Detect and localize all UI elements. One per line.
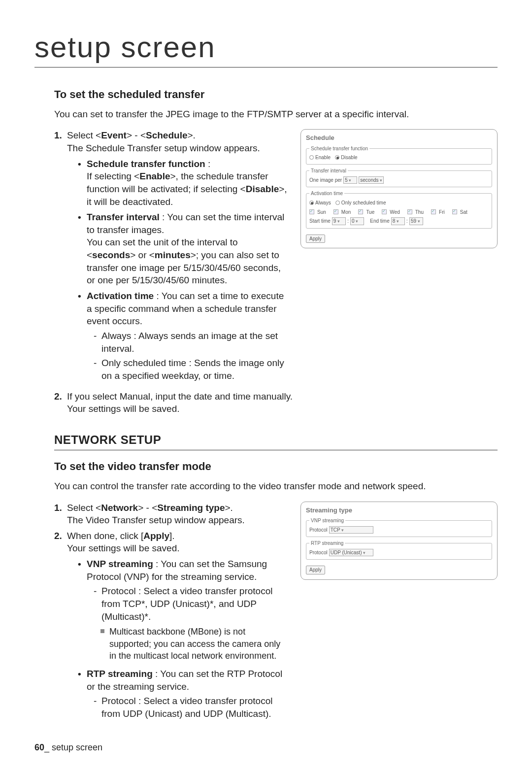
step-1-number: 1.	[54, 129, 67, 387]
note-icon	[100, 629, 104, 633]
bullet-rtp-streaming: RTP streaming : You can set the RTP Prot…	[87, 668, 289, 722]
always-label: Always	[315, 200, 331, 205]
streaming-apply-button[interactable]: Apply	[306, 566, 325, 574]
only-scheduled-label: Only scheduled time	[341, 200, 386, 205]
net-step-2-text: When done, click [Apply]. Your settings …	[67, 530, 289, 725]
bullet-transfer-interval: Transfer interval : You can set the time…	[87, 211, 289, 287]
rtp-protocol-text: Protocol : Select a video transfer proto…	[101, 695, 289, 720]
page-title: setup screen	[34, 27, 498, 67]
dash-icon: -	[94, 357, 101, 382]
vnp-streaming-fieldset: VNP streaming Protocol TCP	[306, 517, 492, 537]
bullet-activation-time: Activation time : You can set a time to …	[87, 290, 289, 384]
step-1-line2: The Schedule Transfer setup window appea…	[67, 142, 289, 155]
vnp-streaming-legend: VNP streaming	[309, 517, 345, 524]
start-time-label: Start time	[309, 218, 331, 224]
vnp-protocol-text: Protocol : Select a video transfer proto…	[101, 585, 289, 623]
enable-label: Enable	[315, 155, 331, 160]
disable-label: Disable	[341, 155, 357, 160]
start-min-select[interactable]: 0	[350, 217, 364, 225]
vnp-protocol-select[interactable]: TCP	[329, 526, 373, 534]
page-number: 60	[34, 742, 44, 752]
tue-label: Tue	[366, 209, 374, 215]
interval-value-select[interactable]: 5	[343, 176, 357, 184]
dash-icon: -	[94, 695, 101, 720]
net-step-1-number: 1.	[54, 502, 67, 527]
fri-label: Fri	[439, 209, 445, 215]
rtp-streaming-legend: RTP streaming	[309, 540, 345, 547]
fri-checkbox[interactable]	[431, 209, 436, 214]
start-hour-select[interactable]: 9	[332, 217, 346, 225]
multicast-note: Multicast backbone (MBone) is not suppor…	[109, 626, 289, 662]
bullet-icon: •	[78, 558, 87, 665]
activation-always: Always : Always sends an image at the se…	[101, 330, 289, 355]
section-scheduled-transfer-heading: To set the scheduled transfer	[54, 87, 498, 102]
bullet-vnp-streaming: VNP streaming : You can set the Samsung …	[87, 558, 289, 665]
interval-unit-select[interactable]: seconds	[359, 176, 384, 184]
bullet-icon: •	[78, 211, 87, 287]
activation-only-scheduled: Only scheduled time : Sends the image on…	[101, 357, 289, 382]
transfer-interval-fieldset: Transfer interval One image per 5 second…	[306, 168, 492, 187]
step-1-text: Select <Event> - <Schedule>.	[67, 129, 289, 142]
activation-time-fieldset: Activation time Always Only scheduled ti…	[306, 190, 492, 229]
net-step-1-text: Select <Network> - <Streaming type>. The…	[67, 502, 289, 527]
transfer-interval-legend: Transfer interval	[309, 168, 348, 174]
schedule-transfer-function-fieldset: Schedule transfer function Enable Disabl…	[306, 145, 492, 165]
schedule-transfer-function-legend: Schedule transfer function	[309, 145, 369, 152]
activation-time-legend: Activation time	[309, 190, 344, 197]
always-radio[interactable]	[309, 201, 314, 205]
bullet-icon: •	[78, 158, 87, 208]
only-scheduled-radio[interactable]	[335, 201, 340, 205]
sun-label: Sun	[317, 209, 326, 215]
streaming-type-panel: Streaming type VNP streaming Protocol TC…	[300, 502, 498, 580]
dash-icon: -	[94, 585, 101, 623]
net-step-2-number: 2.	[54, 530, 67, 725]
end-time-label: End time	[370, 218, 389, 224]
one-image-per-label: One image per	[309, 177, 342, 183]
mon-checkbox[interactable]	[333, 209, 338, 214]
disable-radio[interactable]	[335, 155, 339, 160]
wed-checkbox[interactable]	[382, 209, 387, 214]
mon-label: Mon	[341, 209, 351, 215]
schedule-panel-title: Schedule	[306, 134, 492, 142]
bullet-icon: •	[78, 290, 87, 384]
end-hour-select[interactable]: 8	[391, 217, 405, 225]
tue-checkbox[interactable]	[358, 209, 363, 214]
thu-checkbox[interactable]	[407, 209, 412, 214]
dash-icon: -	[94, 330, 101, 355]
rtp-protocol-select[interactable]: UDP (Unicast)	[329, 549, 373, 557]
page-footer: 60_ setup screen	[34, 741, 102, 753]
sun-checkbox[interactable]	[309, 209, 314, 214]
sat-label: Sat	[460, 209, 467, 215]
streaming-type-panel-title: Streaming type	[306, 506, 492, 515]
section-scheduled-transfer-intro: You can set to transfer the JPEG image t…	[54, 108, 498, 121]
schedule-apply-button[interactable]: Apply	[306, 235, 325, 243]
rtp-protocol-label: Protocol	[309, 550, 328, 555]
section-video-transfer-intro: You can control the transfer rate accord…	[54, 480, 498, 493]
bullet-icon: •	[78, 668, 87, 722]
step-2-text: If you select Manual, input the date and…	[67, 390, 498, 415]
network-setup-heading: NETWORK SETUP	[54, 432, 498, 450]
step-2-number: 2.	[54, 390, 67, 415]
sat-checkbox[interactable]	[452, 209, 457, 214]
section-video-transfer-heading: To set the video transfer mode	[54, 459, 498, 474]
rtp-streaming-fieldset: RTP streaming Protocol UDP (Unicast)	[306, 540, 492, 560]
schedule-panel: Schedule Schedule transfer function Enab…	[300, 129, 498, 248]
thu-label: Thu	[415, 209, 424, 215]
footer-text: setup screen	[52, 742, 102, 752]
wed-label: Wed	[390, 209, 399, 215]
bullet-schedule-transfer-function: Schedule transfer function : If selectin…	[87, 158, 289, 208]
vnp-protocol-label: Protocol	[309, 527, 328, 533]
enable-radio[interactable]	[309, 155, 314, 160]
end-min-select[interactable]: 59	[409, 217, 423, 225]
